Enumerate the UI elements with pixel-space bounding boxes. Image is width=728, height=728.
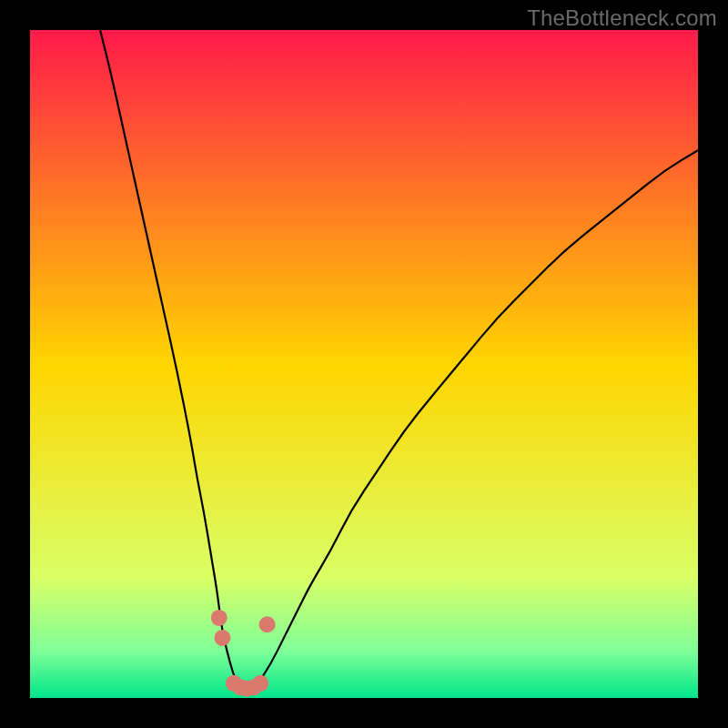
marker-left-cluster-2 xyxy=(214,630,230,646)
marker-right-cluster-1 xyxy=(259,616,276,632)
chart-svg xyxy=(0,0,728,728)
plot-area xyxy=(30,30,698,698)
marker-left-cluster-1 xyxy=(211,610,228,626)
chart-stage: TheBottleneck.com xyxy=(0,0,728,728)
valley-flat-segment xyxy=(238,684,258,687)
watermark-label: TheBottleneck.com xyxy=(527,5,717,31)
